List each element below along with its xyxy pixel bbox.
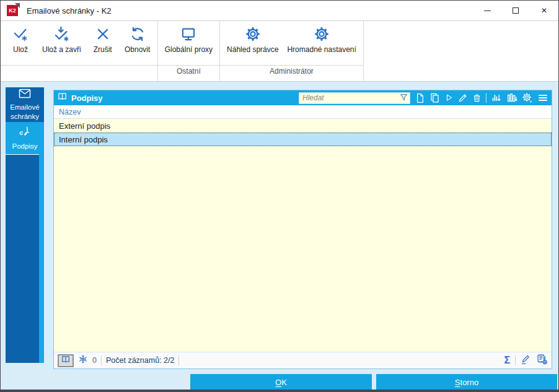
menu-icon[interactable] [537,93,548,103]
panel-toolbar [415,92,548,103]
refresh-button[interactable]: Obnovit [120,23,155,65]
minimize-button[interactable] [473,1,501,20]
sidebar-item-label: Emailové schránky [6,103,44,121]
ribbon-toolbar: Ulož Ulož a zavři [1,20,558,82]
sidebar-item-label: Podpisy [12,142,38,150]
delete-trash-icon[interactable] [472,93,482,103]
column-header-nazev: Název [59,108,81,116]
gear-icon [245,26,261,42]
cancel-x-icon [95,26,111,42]
save-close-arrow-check-icon [53,26,69,42]
panel-status-bar: 0 Počet záznamů: 2/2 Σ [54,352,552,368]
ribbon-group-main: Ulož Ulož a zavři [1,21,158,81]
admin-preview-button[interactable]: Náhled správce [222,23,283,65]
window-controls: ✕ [473,1,558,20]
sort-chart-icon[interactable] [491,93,502,103]
save-check-star-icon [12,26,29,42]
search-input[interactable] [299,92,410,104]
cancel-button-label: Zrušit [94,45,112,54]
ribbon-group-main-label [1,65,157,76]
ok-button-accel: O [275,378,281,387]
save-and-close-button[interactable]: Ulož a zavři [38,23,86,65]
sum-sigma-icon[interactable]: Σ [504,355,510,365]
status-separator [515,355,516,365]
close-icon: ✕ [541,6,547,15]
frozen-count: 0 [92,356,97,365]
signature-icon [18,126,32,139]
copy-record-icon[interactable] [429,93,440,103]
bulk-settings-button-label: Hromadné nastavení [287,45,356,54]
search-box [299,92,410,104]
row-label: Interní podpis [59,135,108,144]
table-row-interni-podpis[interactable]: Interní podpis [54,133,552,146]
status-right-tools: Σ [504,354,548,367]
edit-pencil-icon[interactable] [521,354,531,367]
ribbon-group-administrator: Náhled správce Hromadné nastavení Admini… [220,21,364,81]
record-count-label: Počet záznamů: 2/2 [106,356,174,365]
ok-button[interactable]: OK [190,374,372,390]
storno-button-label: torno [460,378,479,387]
open-book-icon [61,355,71,367]
edit-pencil-icon[interactable] [458,93,468,103]
storno-button[interactable]: Storno [376,374,557,390]
bulk-settings-button[interactable]: Hromadné nastavení [283,23,360,65]
signatures-panel: Podpisy [53,90,552,369]
status-separator [101,355,102,365]
grid-column-header[interactable]: Název [54,105,552,119]
refresh-button-label: Obnovit [125,45,150,54]
save-button[interactable]: Ulož [3,23,38,65]
close-button[interactable]: ✕ [530,1,558,20]
settings-gear-icon[interactable] [522,92,533,103]
save-button-label: Ulož [13,45,28,54]
panel-title: Podpisy [71,94,103,103]
new-record-icon[interactable] [415,93,425,103]
app-window: K2 Emailové schránky - K2 ✕ Ulož [0,0,559,392]
ok-button-label: K [281,378,287,387]
grid-empty-area [54,146,552,352]
sidebar-nav: Emailové schránky Podpisy [6,87,44,363]
columns-chart-icon[interactable] [506,93,517,103]
notes-add-icon[interactable] [536,354,548,367]
title-bar: K2 Emailové schránky - K2 ✕ [1,1,558,20]
monitor-icon [180,26,196,42]
save-and-close-button-label: Ulož a zavři [42,45,81,54]
ribbon-group-administrator-label: Administrátor [220,65,363,76]
run-icon[interactable] [444,93,454,103]
sidebar-item-podpisy[interactable]: Podpisy [6,122,44,154]
global-proxy-button[interactable]: Globální proxy [161,23,217,65]
open-book-icon [57,92,68,104]
k2-logo-icon: K2 [7,5,18,16]
ribbon-group-ostatni: Globální proxy Ostatní [158,21,220,81]
admin-preview-button-label: Náhled správce [227,45,278,54]
book-view-button[interactable] [58,354,74,367]
toolbar-separator [486,93,486,103]
storno-button-accel: S [455,378,460,387]
sidebar-filler-panel [6,154,39,363]
filter-funnel-icon[interactable] [399,93,408,105]
envelope-icon [19,89,31,100]
window-title: Emailové schránky - K2 [27,6,112,15]
snowflake-icon [78,354,88,367]
panel-header: Podpisy [54,90,552,105]
ribbon-group-ostatni-label: Ostatní [158,65,219,76]
maximize-icon [513,7,519,14]
sidebar-item-emailove-schranky[interactable]: Emailové schránky [6,87,44,122]
gear-icon [314,26,330,42]
maximize-button[interactable] [501,1,530,20]
refresh-icon [130,26,146,42]
cancel-button[interactable]: Zrušit [86,23,120,65]
status-separator [178,355,179,365]
global-proxy-button-label: Globální proxy [165,45,213,54]
sidebar-filler [6,154,44,363]
table-row-externi-podpis[interactable]: Externí podpis [54,119,552,133]
row-label: Externí podpis [59,121,110,131]
minimize-icon [484,11,491,11]
